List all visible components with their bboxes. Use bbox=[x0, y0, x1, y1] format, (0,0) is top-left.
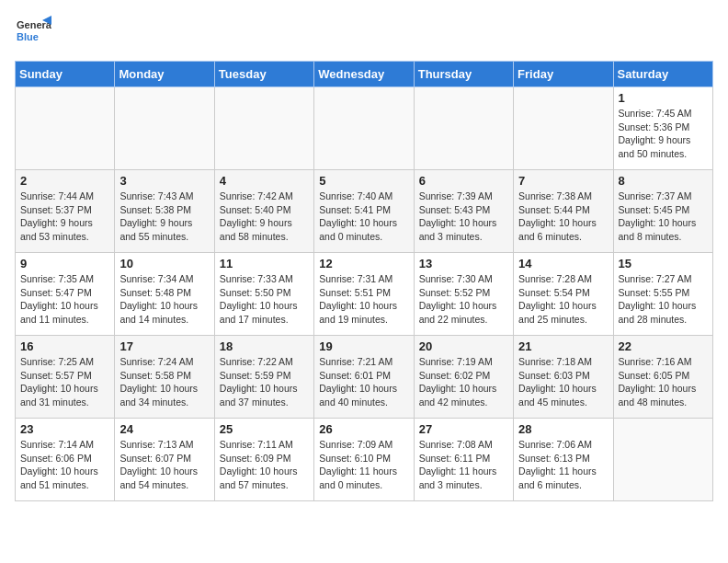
day-info: Sunrise: 7:21 AM Sunset: 6:01 PM Dayligh… bbox=[319, 355, 408, 409]
week-row-4: 16Sunrise: 7:25 AM Sunset: 5:57 PM Dayli… bbox=[16, 336, 713, 419]
column-header-sunday: Sunday bbox=[16, 62, 115, 87]
day-cell: 21Sunrise: 7:18 AM Sunset: 6:03 PM Dayli… bbox=[514, 336, 613, 419]
day-cell bbox=[514, 87, 613, 170]
day-info: Sunrise: 7:42 AM Sunset: 5:40 PM Dayligh… bbox=[220, 190, 309, 244]
day-info: Sunrise: 7:38 AM Sunset: 5:44 PM Dayligh… bbox=[518, 190, 608, 244]
day-number: 1 bbox=[619, 91, 708, 105]
logo: General Blue bbox=[15, 15, 51, 52]
day-cell: 16Sunrise: 7:25 AM Sunset: 5:57 PM Dayli… bbox=[16, 336, 115, 419]
day-info: Sunrise: 7:13 AM Sunset: 6:07 PM Dayligh… bbox=[119, 438, 209, 492]
day-number: 3 bbox=[119, 174, 209, 188]
day-cell: 27Sunrise: 7:08 AM Sunset: 6:11 PM Dayli… bbox=[414, 419, 513, 501]
day-info: Sunrise: 7:06 AM Sunset: 6:13 PM Dayligh… bbox=[518, 438, 608, 492]
day-info: Sunrise: 7:37 AM Sunset: 5:45 PM Dayligh… bbox=[619, 190, 708, 244]
page-header: General Blue bbox=[15, 15, 713, 52]
day-cell: 3Sunrise: 7:43 AM Sunset: 5:38 PM Daylig… bbox=[115, 170, 214, 253]
column-header-saturday: Saturday bbox=[613, 62, 712, 87]
day-info: Sunrise: 7:22 AM Sunset: 5:59 PM Dayligh… bbox=[220, 355, 309, 409]
week-row-2: 2Sunrise: 7:44 AM Sunset: 5:37 PM Daylig… bbox=[16, 170, 713, 253]
day-number: 6 bbox=[419, 174, 508, 188]
day-cell: 26Sunrise: 7:09 AM Sunset: 6:10 PM Dayli… bbox=[314, 419, 414, 501]
day-info: Sunrise: 7:45 AM Sunset: 5:36 PM Dayligh… bbox=[619, 107, 708, 161]
day-cell: 25Sunrise: 7:11 AM Sunset: 6:09 PM Dayli… bbox=[214, 419, 313, 501]
day-info: Sunrise: 7:08 AM Sunset: 6:11 PM Dayligh… bbox=[419, 438, 508, 492]
day-number: 9 bbox=[20, 257, 109, 270]
day-cell: 20Sunrise: 7:19 AM Sunset: 6:02 PM Dayli… bbox=[414, 336, 513, 419]
day-cell: 17Sunrise: 7:24 AM Sunset: 5:58 PM Dayli… bbox=[115, 336, 214, 419]
day-number: 11 bbox=[220, 257, 309, 270]
day-info: Sunrise: 7:33 AM Sunset: 5:50 PM Dayligh… bbox=[220, 272, 309, 327]
day-number: 19 bbox=[319, 339, 408, 353]
day-cell: 5Sunrise: 7:40 AM Sunset: 5:41 PM Daylig… bbox=[314, 170, 414, 253]
day-cell: 8Sunrise: 7:37 AM Sunset: 5:45 PM Daylig… bbox=[613, 170, 712, 253]
day-number: 21 bbox=[518, 339, 608, 353]
day-info: Sunrise: 7:31 AM Sunset: 5:51 PM Dayligh… bbox=[319, 272, 408, 327]
day-number: 13 bbox=[419, 257, 508, 270]
day-number: 17 bbox=[119, 339, 209, 353]
day-cell: 24Sunrise: 7:13 AM Sunset: 6:07 PM Dayli… bbox=[115, 419, 214, 501]
column-header-friday: Friday bbox=[514, 62, 613, 87]
day-info: Sunrise: 7:19 AM Sunset: 6:02 PM Dayligh… bbox=[419, 355, 508, 409]
day-info: Sunrise: 7:28 AM Sunset: 5:54 PM Dayligh… bbox=[518, 272, 608, 327]
day-number: 7 bbox=[518, 174, 608, 188]
svg-text:Blue: Blue bbox=[17, 31, 39, 42]
day-cell: 4Sunrise: 7:42 AM Sunset: 5:40 PM Daylig… bbox=[214, 170, 313, 253]
day-number: 2 bbox=[20, 174, 109, 188]
day-cell bbox=[414, 87, 513, 170]
day-info: Sunrise: 7:16 AM Sunset: 6:05 PM Dayligh… bbox=[619, 355, 708, 409]
day-number: 20 bbox=[419, 339, 508, 353]
column-header-wednesday: Wednesday bbox=[314, 62, 414, 87]
day-info: Sunrise: 7:30 AM Sunset: 5:52 PM Dayligh… bbox=[419, 272, 508, 327]
day-cell: 18Sunrise: 7:22 AM Sunset: 5:59 PM Dayli… bbox=[214, 336, 313, 419]
day-cell: 1Sunrise: 7:45 AM Sunset: 5:36 PM Daylig… bbox=[613, 87, 712, 170]
week-row-3: 9Sunrise: 7:35 AM Sunset: 5:47 PM Daylig… bbox=[16, 253, 713, 336]
column-header-thursday: Thursday bbox=[414, 62, 513, 87]
day-info: Sunrise: 7:24 AM Sunset: 5:58 PM Dayligh… bbox=[119, 355, 209, 409]
day-info: Sunrise: 7:43 AM Sunset: 5:38 PM Dayligh… bbox=[119, 190, 209, 244]
day-cell: 9Sunrise: 7:35 AM Sunset: 5:47 PM Daylig… bbox=[16, 253, 115, 336]
calendar-body: 1Sunrise: 7:45 AM Sunset: 5:36 PM Daylig… bbox=[16, 87, 713, 501]
day-cell bbox=[16, 87, 115, 170]
calendar-table: SundayMondayTuesdayWednesdayThursdayFrid… bbox=[15, 61, 713, 501]
day-number: 26 bbox=[319, 422, 408, 436]
day-cell: 11Sunrise: 7:33 AM Sunset: 5:50 PM Dayli… bbox=[214, 253, 313, 336]
day-cell: 22Sunrise: 7:16 AM Sunset: 6:05 PM Dayli… bbox=[613, 336, 712, 419]
day-number: 28 bbox=[518, 422, 608, 436]
day-number: 23 bbox=[20, 422, 109, 436]
day-cell: 6Sunrise: 7:39 AM Sunset: 5:43 PM Daylig… bbox=[414, 170, 513, 253]
day-cell: 15Sunrise: 7:27 AM Sunset: 5:55 PM Dayli… bbox=[613, 253, 712, 336]
day-number: 22 bbox=[619, 339, 708, 353]
day-cell: 10Sunrise: 7:34 AM Sunset: 5:48 PM Dayli… bbox=[115, 253, 214, 336]
day-info: Sunrise: 7:09 AM Sunset: 6:10 PM Dayligh… bbox=[319, 438, 408, 492]
day-info: Sunrise: 7:25 AM Sunset: 5:57 PM Dayligh… bbox=[20, 355, 109, 409]
day-info: Sunrise: 7:35 AM Sunset: 5:47 PM Dayligh… bbox=[20, 272, 109, 327]
day-cell bbox=[115, 87, 214, 170]
day-number: 24 bbox=[119, 422, 209, 436]
day-cell: 28Sunrise: 7:06 AM Sunset: 6:13 PM Dayli… bbox=[514, 419, 613, 501]
day-cell: 19Sunrise: 7:21 AM Sunset: 6:01 PM Dayli… bbox=[314, 336, 414, 419]
day-number: 27 bbox=[419, 422, 508, 436]
day-cell: 2Sunrise: 7:44 AM Sunset: 5:37 PM Daylig… bbox=[16, 170, 115, 253]
day-number: 25 bbox=[220, 422, 309, 436]
day-info: Sunrise: 7:34 AM Sunset: 5:48 PM Dayligh… bbox=[119, 272, 209, 327]
day-info: Sunrise: 7:14 AM Sunset: 6:06 PM Dayligh… bbox=[20, 438, 109, 492]
day-info: Sunrise: 7:18 AM Sunset: 6:03 PM Dayligh… bbox=[518, 355, 608, 409]
day-cell bbox=[314, 87, 414, 170]
day-info: Sunrise: 7:40 AM Sunset: 5:41 PM Dayligh… bbox=[319, 190, 408, 244]
day-number: 8 bbox=[619, 174, 708, 188]
column-header-tuesday: Tuesday bbox=[214, 62, 313, 87]
week-row-5: 23Sunrise: 7:14 AM Sunset: 6:06 PM Dayli… bbox=[16, 419, 713, 501]
day-number: 14 bbox=[518, 257, 608, 270]
day-cell: 23Sunrise: 7:14 AM Sunset: 6:06 PM Dayli… bbox=[16, 419, 115, 501]
week-row-1: 1Sunrise: 7:45 AM Sunset: 5:36 PM Daylig… bbox=[16, 87, 713, 170]
day-cell: 13Sunrise: 7:30 AM Sunset: 5:52 PM Dayli… bbox=[414, 253, 513, 336]
day-cell: 12Sunrise: 7:31 AM Sunset: 5:51 PM Dayli… bbox=[314, 253, 414, 336]
day-info: Sunrise: 7:27 AM Sunset: 5:55 PM Dayligh… bbox=[619, 272, 708, 327]
day-number: 15 bbox=[619, 257, 708, 270]
column-header-monday: Monday bbox=[115, 62, 214, 87]
day-number: 10 bbox=[119, 257, 209, 270]
day-number: 16 bbox=[20, 339, 109, 353]
day-cell: 7Sunrise: 7:38 AM Sunset: 5:44 PM Daylig… bbox=[514, 170, 613, 253]
day-info: Sunrise: 7:44 AM Sunset: 5:37 PM Dayligh… bbox=[20, 190, 109, 244]
day-number: 4 bbox=[220, 174, 309, 188]
